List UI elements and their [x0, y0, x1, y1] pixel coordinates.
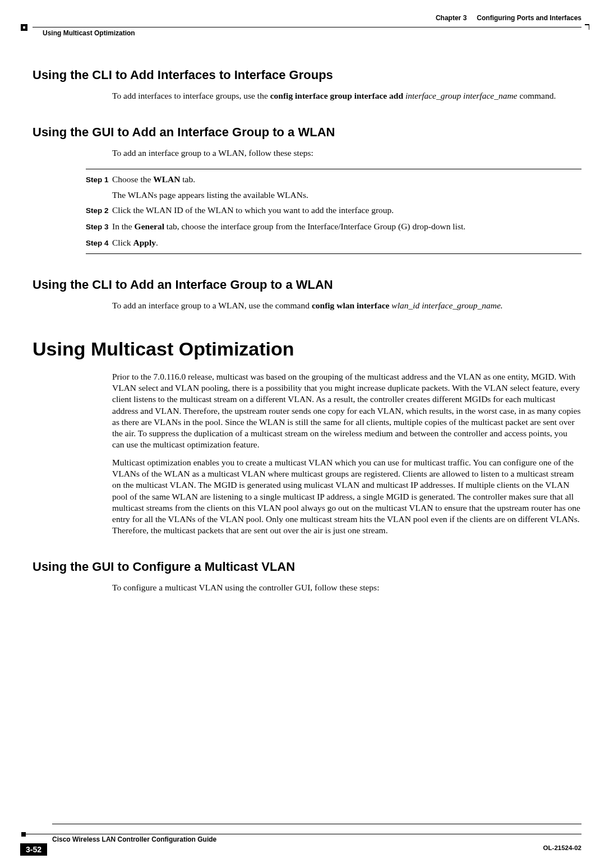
- step-row: Step 2 Click the WLAN ID of the WLAN to …: [86, 205, 581, 216]
- header-tick-icon: [585, 24, 589, 25]
- body-text: Prior to the 7.0.116.0 release, multicas…: [112, 371, 581, 450]
- step-label: Step 1: [86, 174, 112, 186]
- section-heading-gui-config-mvlan: Using the GUI to Configure a Multicast V…: [33, 560, 581, 574]
- section-heading-multicast-optimization: Using Multicast Optimization: [33, 338, 581, 360]
- step-label: Step 2: [86, 205, 112, 216]
- footer-doc-number: OL-21524-02: [543, 843, 581, 851]
- step-label: Step 3: [86, 221, 112, 233]
- header-chapter-title: Configuring Ports and Interfaces: [477, 14, 581, 22]
- header-rule: [33, 27, 581, 27]
- step-text: Click the WLAN ID of the WLAN to which y…: [112, 205, 581, 216]
- step-row: Step 1 Choose the WLAN tab.: [86, 174, 581, 186]
- step-bottom-rule: [86, 253, 581, 254]
- step-label: Step 4: [86, 237, 112, 249]
- section-heading-cli-add-interfaces: Using the CLI to Add Interfaces to Inter…: [33, 68, 581, 82]
- section-heading-cli-add-group-wlan: Using the CLI to Add an Interface Group …: [33, 278, 581, 292]
- body-text: To add interfaces to interface groups, u…: [112, 90, 581, 101]
- section-heading-gui-add-group-wlan: Using the GUI to Add an Interface Group …: [33, 125, 581, 140]
- footer-guide-title: Cisco Wireless LAN Controller Configurat…: [52, 835, 581, 843]
- header-marker-icon: [21, 24, 27, 31]
- step-text: Choose the WLAN tab.: [112, 174, 581, 186]
- step-subtext: The WLANs page appears listing the avail…: [112, 190, 581, 200]
- footer-top-rule: [52, 824, 581, 824]
- step-text: In the General tab, choose the interface…: [112, 221, 581, 233]
- page-footer: Cisco Wireless LAN Controller Configurat…: [21, 834, 581, 856]
- step-top-rule: [86, 169, 581, 169]
- step-row: Step 4 Click Apply.: [86, 237, 581, 249]
- body-text: To configure a multicast VLAN using the …: [112, 582, 581, 593]
- footer-rule: [21, 834, 581, 834]
- body-text: Multicast optimization enables you to cr…: [112, 457, 581, 536]
- step-row: Step 3 In the General tab, choose the in…: [86, 221, 581, 233]
- footer-marker-icon: [21, 832, 26, 837]
- step-text: Click Apply.: [112, 237, 581, 249]
- header-chapter-label: Chapter 3: [436, 14, 467, 22]
- body-text: To add an interface group to a WLAN, use…: [112, 300, 581, 311]
- body-text: To add an interface group to a WLAN, fol…: [112, 147, 581, 159]
- header-section-title: Using Multicast Optimization: [33, 27, 581, 37]
- page-number: 3-52: [20, 843, 47, 856]
- steps-list: Step 1 Choose the WLAN tab. The WLANs pa…: [86, 169, 581, 254]
